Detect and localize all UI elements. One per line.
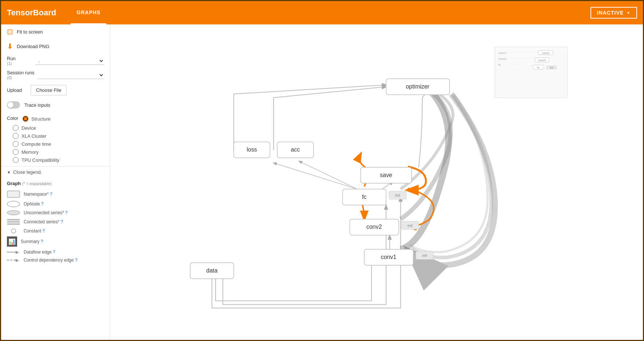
node-fc[interactable]: fc bbox=[342, 189, 386, 205]
run-select[interactable]: . bbox=[35, 57, 104, 65]
memory-label: Memory bbox=[21, 149, 39, 155]
xla-radio-row: XLA Cluster bbox=[7, 132, 104, 140]
xla-radio[interactable] bbox=[13, 133, 19, 139]
connected-bar-3 bbox=[7, 223, 20, 225]
svg-text:fc: fc bbox=[362, 194, 366, 200]
legend-dataflow: ▶ Dataflow edge ? bbox=[7, 248, 104, 256]
svg-text:data: data bbox=[206, 267, 217, 274]
sidebar: ⊡ Fit to screen ⬇ Download PNG Run (1) .… bbox=[1, 24, 110, 341]
connected-link[interactable]: ? bbox=[60, 219, 63, 224]
dataflow-label: Dataflow edge ? bbox=[24, 250, 55, 255]
graph-area[interactable]: optimizer loss acc save fc bbox=[110, 24, 643, 341]
dataflow-shape: ▶ bbox=[7, 250, 20, 255]
opnode-link[interactable]: ? bbox=[41, 201, 44, 207]
summary-icon: 📊 bbox=[8, 238, 16, 245]
app-logo: TensorBoard bbox=[7, 8, 56, 17]
download-png-label: Download PNG bbox=[17, 44, 50, 49]
control-shape: ▶ bbox=[7, 258, 20, 263]
namespace-shape bbox=[7, 191, 20, 198]
svg-text:conv1: conv1 bbox=[381, 254, 397, 260]
namespace-label: Namespace* ? bbox=[24, 192, 52, 197]
fit-to-screen-label: Fit to screen bbox=[17, 29, 43, 35]
header: TensorBoard GRAPHS INACTIVE bbox=[1, 1, 643, 24]
svg-text:init: init bbox=[408, 223, 413, 228]
session-select[interactable] bbox=[37, 71, 104, 79]
structure-label: Structure bbox=[31, 116, 51, 122]
nav-graphs[interactable]: GRAPHS bbox=[71, 1, 106, 24]
run-label: Run bbox=[7, 56, 32, 61]
svg-text:acc: acc bbox=[291, 146, 300, 153]
constant-wrapper bbox=[7, 228, 20, 234]
structure-radio-row: Structure bbox=[23, 115, 51, 123]
memory-radio[interactable] bbox=[13, 149, 19, 155]
legend-unconnected: Unconnected series* ? bbox=[7, 209, 104, 217]
chevron-down-icon: ▼ bbox=[7, 170, 11, 175]
node-conv2[interactable]: conv2 bbox=[350, 219, 398, 235]
session-row: Session runs (0) bbox=[1, 68, 110, 82]
svg-text:init: init bbox=[550, 66, 553, 69]
legend-namespace: Namespace* ? bbox=[7, 189, 104, 199]
control-arrow: ▶ bbox=[16, 258, 19, 263]
compute-radio[interactable] bbox=[13, 141, 19, 147]
xla-label: XLA Cluster bbox=[21, 133, 47, 139]
conv2-init-node: init bbox=[401, 222, 419, 230]
svg-text:fc: fc bbox=[537, 66, 539, 69]
node-optimizer[interactable]: optimizer bbox=[386, 79, 449, 95]
constant-link[interactable]: ? bbox=[42, 228, 45, 234]
dataflow-link[interactable]: ? bbox=[53, 250, 55, 255]
header-nav: GRAPHS bbox=[71, 1, 106, 24]
control-label: Control dependency edge ? bbox=[24, 258, 77, 263]
header-right: INACTIVE bbox=[590, 7, 637, 19]
legend-toggle[interactable]: ▼ Close legend. bbox=[1, 166, 110, 178]
svg-text:fc: fc bbox=[499, 63, 501, 66]
choose-file-button[interactable]: Choose File bbox=[31, 85, 67, 95]
svg-text:conv2: conv2 bbox=[366, 224, 382, 230]
color-title-row: Color Structure bbox=[7, 114, 104, 124]
legend-opnode: OpNode ? bbox=[7, 199, 104, 209]
fc-init-node: init bbox=[389, 191, 407, 199]
structure-radio[interactable] bbox=[23, 116, 28, 122]
svg-text:save: save bbox=[380, 172, 392, 178]
unconnected-link[interactable]: ? bbox=[65, 210, 68, 215]
constant-label: Constant ? bbox=[24, 228, 45, 234]
svg-text:optimizer: optimizer bbox=[406, 83, 429, 90]
device-radio[interactable] bbox=[13, 125, 19, 131]
color-section: Color Structure Device XLA Cluster Compu… bbox=[1, 111, 110, 166]
node-conv1[interactable]: conv1 bbox=[364, 249, 413, 265]
legend-connected: Connected series* ? bbox=[7, 217, 104, 227]
fit-to-screen-icon: ⊡ bbox=[7, 27, 13, 36]
namespace-link[interactable]: ? bbox=[50, 192, 52, 197]
upload-row: Upload Choose File bbox=[1, 82, 110, 98]
control-line bbox=[7, 260, 16, 260]
node-data[interactable]: data bbox=[190, 263, 234, 279]
opnode-shape bbox=[7, 201, 20, 207]
tpu-radio[interactable] bbox=[13, 157, 19, 163]
trace-inputs-toggle[interactable] bbox=[7, 101, 20, 109]
summary-link[interactable]: ? bbox=[41, 239, 43, 244]
trace-inputs-row: Trace inputs bbox=[1, 98, 110, 111]
svg-text:loss: loss bbox=[247, 146, 257, 153]
status-button[interactable]: INACTIVE bbox=[590, 7, 637, 19]
control-link[interactable]: ? bbox=[75, 258, 78, 263]
legend-title: Graph (* = expandable) bbox=[7, 181, 104, 186]
svg-text:conv1: conv1 bbox=[542, 51, 550, 55]
node-loss[interactable]: loss bbox=[234, 142, 270, 158]
node-acc[interactable]: acc bbox=[277, 142, 314, 158]
color-label: Color bbox=[7, 115, 18, 121]
session-label: Session runs bbox=[7, 70, 34, 75]
connected-bar-2 bbox=[7, 221, 20, 223]
constant-shape bbox=[11, 228, 16, 234]
connected-bar-1 bbox=[7, 219, 20, 220]
graph-label: Graph bbox=[7, 181, 21, 186]
conv1-init-node: init bbox=[416, 251, 433, 259]
download-png-action[interactable]: ⬇ Download PNG bbox=[1, 39, 110, 54]
svg-text:init: init bbox=[395, 193, 400, 197]
minimap: conv1 conv2 fc init conv1 conv2 fc bbox=[495, 47, 568, 98]
legend-summary: 📊 Summary ? bbox=[7, 235, 104, 248]
svg-text:conv2: conv2 bbox=[538, 59, 546, 62]
node-save[interactable]: save bbox=[361, 167, 411, 183]
unconnected-label: Unconnected series* ? bbox=[24, 210, 68, 215]
fit-to-screen-action[interactable]: ⊡ Fit to screen bbox=[1, 24, 110, 39]
opnode-label: OpNode ? bbox=[24, 201, 44, 207]
main-layout: ⊡ Fit to screen ⬇ Download PNG Run (1) .… bbox=[1, 24, 643, 341]
